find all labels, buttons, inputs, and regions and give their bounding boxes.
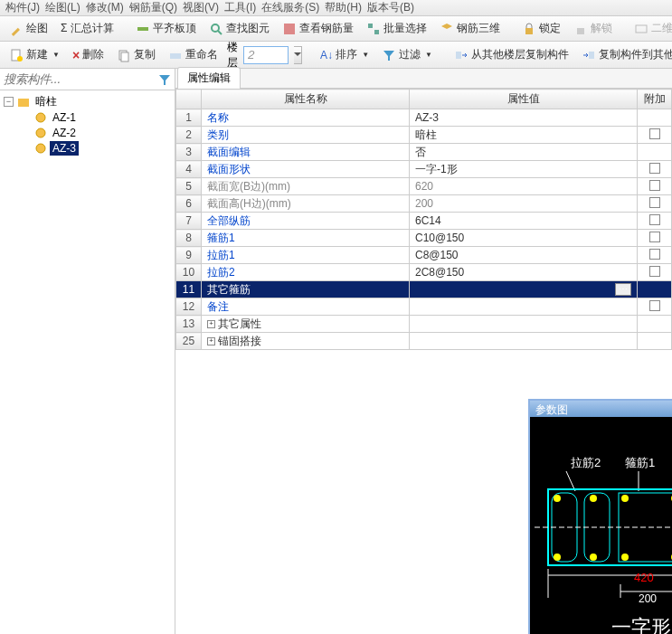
- svg-rect-10: [636, 25, 647, 33]
- svg-line-3: [218, 31, 222, 34]
- property-row[interactable]: 25+锚固搭接: [176, 333, 672, 350]
- tab-property-edit[interactable]: 属性编辑: [177, 67, 241, 89]
- property-row[interactable]: 12备注: [176, 298, 672, 316]
- menu-item[interactable]: 绘图(L): [43, 0, 82, 15]
- cube-icon: [440, 22, 454, 36]
- menu-item[interactable]: 在线服务(S): [260, 0, 321, 15]
- menu-item[interactable]: 钢筋量(Q): [128, 0, 179, 15]
- property-row[interactable]: 11其它箍筋⋯: [176, 281, 672, 298]
- extra-checkbox[interactable]: [649, 300, 660, 311]
- extra-cell: [638, 333, 672, 350]
- property-row[interactable]: 10拉筋22C8@150: [176, 264, 672, 281]
- property-row[interactable]: 13+其它属性: [176, 316, 672, 333]
- property-value[interactable]: [410, 316, 638, 333]
- extra-checkbox[interactable]: [649, 266, 660, 277]
- filter-button[interactable]: 过滤▼: [378, 45, 436, 64]
- pencil-icon: [9, 22, 24, 36]
- new-button[interactable]: 新建▼: [5, 45, 63, 64]
- menu-item[interactable]: 工具(I): [222, 0, 258, 15]
- filter-icon[interactable]: [158, 73, 171, 86]
- property-panel: 属性编辑 属性名称 属性值 附加 1名称AZ-32类别暗柱3截面编辑否4截面形状…: [175, 69, 672, 634]
- extra-checkbox[interactable]: [649, 163, 660, 174]
- extra-header[interactable]: 附加: [638, 90, 672, 109]
- copy-to-floor-button[interactable]: 复制构件到其他楼层: [578, 45, 672, 64]
- extra-checkbox[interactable]: [649, 128, 660, 139]
- extra-checkbox[interactable]: [649, 232, 660, 242]
- property-value[interactable]: 620: [410, 178, 638, 195]
- lock-icon: [522, 22, 536, 36]
- extra-cell: [638, 298, 672, 316]
- row-number: 7: [176, 213, 202, 230]
- svg-point-39: [590, 554, 597, 561]
- extra-checkbox[interactable]: [649, 197, 660, 208]
- rebar-icon: [282, 22, 297, 36]
- property-name: 其它箍筋: [202, 281, 410, 298]
- svg-rect-4: [284, 24, 295, 34]
- property-value[interactable]: 200: [410, 195, 638, 213]
- tree-item[interactable]: AZ-3: [0, 140, 175, 156]
- property-row[interactable]: 8箍筋1C10@150: [176, 230, 672, 247]
- extra-checkbox[interactable]: [649, 214, 660, 225]
- property-row[interactable]: 6截面高(H边)(mm)200: [176, 195, 672, 213]
- name-header[interactable]: 属性名称: [202, 90, 410, 109]
- sort-button[interactable]: A↓排序▼: [317, 45, 373, 64]
- menu-item[interactable]: 修改(M): [84, 0, 126, 15]
- sum-button[interactable]: Σ 汇总计算: [57, 19, 118, 38]
- tree-root[interactable]: − 暗柱: [0, 94, 175, 109]
- property-row[interactable]: 1名称AZ-3: [176, 109, 672, 127]
- section-diagram: 拉筋2 箍筋1 拉筋1: [530, 417, 672, 634]
- property-row[interactable]: 9拉筋1C8@150: [176, 247, 672, 264]
- batch-select-button[interactable]: 批量选择: [363, 19, 431, 38]
- menu-item[interactable]: 构件(J): [4, 0, 42, 15]
- property-value[interactable]: C8@150: [410, 247, 638, 264]
- svg-text:420: 420: [634, 571, 654, 584]
- draw-button[interactable]: 绘图: [5, 19, 52, 38]
- expand-icon[interactable]: +: [207, 320, 215, 328]
- extra-checkbox[interactable]: [649, 249, 660, 260]
- value-header[interactable]: 属性值: [410, 90, 638, 109]
- property-value[interactable]: C10@150: [410, 230, 638, 247]
- expand-icon[interactable]: +: [207, 337, 215, 345]
- collapse-icon[interactable]: −: [4, 97, 14, 107]
- property-value[interactable]: 6C14: [410, 213, 638, 230]
- menu-item[interactable]: 版本号(B): [365, 0, 416, 15]
- menu-item[interactable]: 帮助(H): [323, 0, 364, 15]
- property-value[interactable]: AZ-3: [410, 109, 638, 127]
- extra-cell: [638, 195, 672, 213]
- tree-item-label: AZ-1: [50, 110, 79, 125]
- find-elem-button[interactable]: 查找图元: [205, 19, 273, 38]
- search-input[interactable]: [4, 72, 158, 86]
- lock-button[interactable]: 锁定: [518, 19, 564, 38]
- property-value[interactable]: 否: [410, 144, 638, 161]
- delete-button[interactable]: ×删除: [69, 45, 108, 64]
- twod-button[interactable]: 二维▼: [630, 19, 672, 38]
- property-row[interactable]: 7全部纵筋6C14: [176, 213, 672, 230]
- property-row[interactable]: 2类别暗柱: [176, 127, 672, 144]
- property-value[interactable]: [410, 333, 638, 350]
- property-value[interactable]: 2C8@150: [410, 264, 638, 281]
- floor-input[interactable]: [243, 46, 289, 64]
- property-value[interactable]: ⋯: [410, 281, 638, 298]
- floor-dropdown[interactable]: [294, 46, 302, 64]
- rename-button[interactable]: 重命名: [165, 45, 222, 64]
- property-row[interactable]: 5截面宽(B边)(mm)620: [176, 178, 672, 195]
- svg-text:箍筋1: 箍筋1: [625, 456, 655, 469]
- copy-button[interactable]: 复制: [113, 45, 159, 64]
- property-row[interactable]: 3截面编辑否: [176, 144, 672, 161]
- copy-from-floor-button[interactable]: 从其他楼层复制构件: [450, 45, 573, 64]
- property-value[interactable]: 暗柱: [410, 127, 638, 144]
- menu-item[interactable]: 视图(V): [181, 0, 221, 15]
- property-row[interactable]: 4截面形状一字-1形: [176, 161, 672, 178]
- ellipsis-button[interactable]: ⋯: [615, 283, 631, 296]
- view-rebar-button[interactable]: 查看钢筋量: [279, 19, 357, 38]
- property-value[interactable]: 一字-1形: [410, 161, 638, 178]
- property-value[interactable]: [410, 298, 638, 316]
- flat-button[interactable]: 平齐板顶: [132, 19, 200, 38]
- svg-point-13: [17, 56, 23, 62]
- unlock-button[interactable]: 解锁: [570, 19, 616, 38]
- tree-item[interactable]: AZ-2: [0, 125, 175, 140]
- extra-cell: [638, 127, 672, 144]
- rebar-3d-button[interactable]: 钢筋三维: [436, 19, 504, 38]
- tree-item[interactable]: AZ-1: [0, 109, 175, 125]
- extra-checkbox[interactable]: [649, 180, 660, 191]
